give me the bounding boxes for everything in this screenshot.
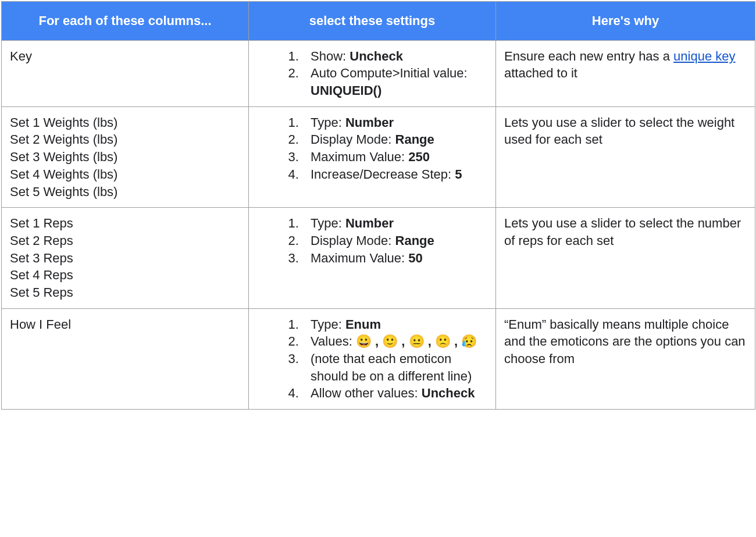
table-row: KeyShow: UncheckAuto Compute>Initial val… — [2, 40, 755, 106]
column-name: Set 4 Weights (lbs) — [10, 166, 240, 183]
setting-value: Range — [395, 233, 434, 248]
column-name: How I Feel — [10, 316, 240, 333]
header-columns: For each of these columns... — [2, 2, 249, 41]
setting-value: Enum — [345, 317, 381, 332]
settings-cell: Show: UncheckAuto Compute>Initial value:… — [249, 40, 496, 106]
setting-label: Display Mode: — [311, 132, 395, 147]
column-name: Set 5 Reps — [10, 284, 240, 301]
setting-label: Increase/Decrease Step: — [311, 167, 455, 182]
settings-cell: Type: EnumValues: 😀 , 🙂 , 😐 , 🙁 , 😥(note… — [249, 308, 496, 409]
why-text: “Enum” basically means multiple choice a… — [504, 317, 746, 366]
settings-item: Type: Number — [302, 114, 487, 131]
setting-value: 😀 , 🙂 , 😐 , 🙁 , 😥 — [356, 334, 477, 348]
settings-item: Type: Number — [302, 215, 487, 232]
header-row: For each of these columns... select thes… — [2, 2, 755, 41]
settings-item: Maximum Value: 50 — [302, 250, 487, 267]
setting-label: Type: — [311, 216, 345, 230]
column-name: Set 5 Weights (lbs) — [10, 183, 240, 201]
settings-item: Increase/Decrease Step: 5 — [302, 166, 487, 183]
table-row: Set 1 Weights (lbs)Set 2 Weights (lbs)Se… — [2, 106, 755, 207]
settings-item: Allow other values: Uncheck — [302, 385, 487, 402]
column-name: Set 1 Weights (lbs) — [10, 114, 240, 131]
settings-item: Auto Compute>Initial value: UNIQUEID() — [302, 65, 487, 99]
setting-label: Type: — [311, 317, 345, 332]
settings-item: Display Mode: Range — [302, 232, 487, 250]
settings-item: (note that each emoticon should be on a … — [302, 350, 487, 385]
header-settings: select these settings — [249, 2, 496, 41]
table-row: How I FeelType: EnumValues: 😀 , 🙂 , 😐 , … — [2, 308, 755, 409]
columns-cell: Set 1 Weights (lbs)Set 2 Weights (lbs)Se… — [2, 106, 249, 207]
settings-list: Type: NumberDisplay Mode: RangeMaximum V… — [257, 114, 487, 183]
setting-value: Range — [395, 132, 434, 147]
header-why: Here's why — [496, 2, 755, 41]
setting-label: Maximum Value: — [311, 150, 408, 164]
setting-label: Allow other values: — [311, 386, 422, 400]
columns-cell: How I Feel — [2, 308, 249, 409]
settings-list: Type: NumberDisplay Mode: RangeMaximum V… — [257, 215, 487, 266]
column-name: Set 2 Weights (lbs) — [10, 131, 240, 148]
why-text: Ensure each new entry has a — [504, 49, 673, 63]
settings-list: Show: UncheckAuto Compute>Initial value:… — [257, 48, 487, 99]
why-cell: Ensure each new entry has a unique key a… — [496, 40, 755, 106]
why-cell: Lets you use a slider to select the weig… — [496, 106, 755, 207]
columns-cell: Key — [2, 40, 249, 106]
column-name: Key — [10, 48, 240, 65]
why-text: attached to it — [504, 66, 577, 80]
setting-value: Number — [345, 216, 394, 230]
setting-label: Show: — [311, 49, 350, 63]
setting-value: Number — [345, 115, 394, 130]
why-cell: Lets you use a slider to select the numb… — [496, 208, 755, 308]
setting-value: UNIQUEID() — [311, 83, 381, 98]
column-name: Set 4 Reps — [10, 266, 240, 284]
setting-label: Display Mode: — [311, 233, 395, 248]
setting-label: Maximum Value: — [311, 251, 408, 265]
column-name: Set 2 Reps — [10, 232, 240, 250]
settings-table: For each of these columns... select thes… — [1, 1, 755, 410]
columns-cell: Set 1 RepsSet 2 RepsSet 3 RepsSet 4 Reps… — [2, 208, 249, 308]
settings-list: Type: EnumValues: 😀 , 🙂 , 😐 , 🙁 , 😥(note… — [257, 316, 487, 402]
column-name: Set 3 Weights (lbs) — [10, 148, 240, 166]
setting-value: Uncheck — [422, 386, 475, 400]
setting-label: Values: — [311, 334, 356, 348]
why-text: Lets you use a slider to select the numb… — [504, 216, 741, 248]
setting-label: Auto Compute>Initial value: — [311, 66, 468, 80]
why-text: Lets you use a slider to select the weig… — [504, 115, 734, 147]
why-cell: “Enum” basically means multiple choice a… — [496, 308, 755, 409]
setting-value: 250 — [408, 150, 430, 164]
settings-item: Show: Uncheck — [302, 48, 487, 65]
settings-cell: Type: NumberDisplay Mode: RangeMaximum V… — [249, 208, 496, 308]
settings-item: Type: Enum — [302, 316, 487, 333]
settings-cell: Type: NumberDisplay Mode: RangeMaximum V… — [249, 106, 496, 207]
column-name: Set 1 Reps — [10, 215, 240, 232]
setting-value: 5 — [455, 167, 462, 182]
settings-item: Display Mode: Range — [302, 131, 487, 148]
settings-item: Values: 😀 , 🙂 , 😐 , 🙁 , 😥 — [302, 333, 487, 350]
setting-label: Type: — [311, 115, 345, 130]
setting-value: 50 — [408, 251, 422, 265]
settings-item: Maximum Value: 250 — [302, 148, 487, 166]
table-row: Set 1 RepsSet 2 RepsSet 3 RepsSet 4 Reps… — [2, 208, 755, 308]
setting-value: Uncheck — [350, 49, 403, 63]
setting-label: (note that each emoticon should be on a … — [311, 351, 472, 383]
column-name: Set 3 Reps — [10, 250, 240, 267]
why-link[interactable]: unique key — [673, 49, 735, 63]
